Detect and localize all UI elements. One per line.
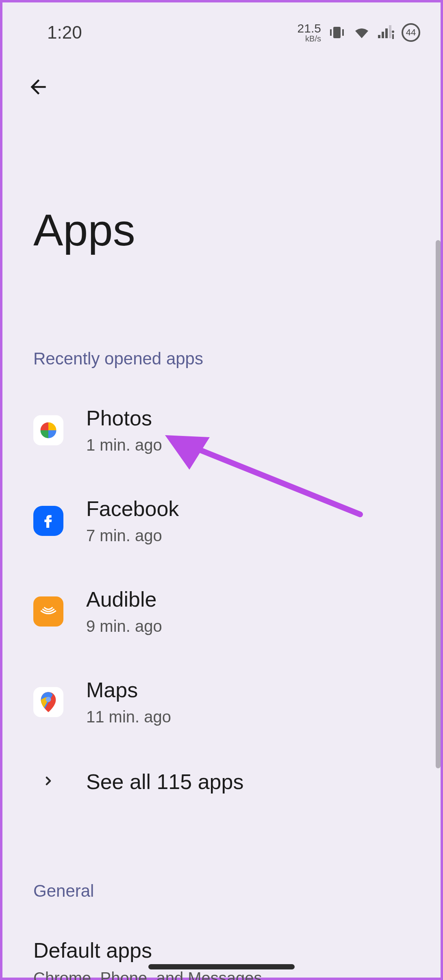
chevron-right-icon — [41, 774, 55, 789]
svg-point-8 — [392, 30, 394, 33]
scrollbar[interactable] — [436, 240, 441, 768]
status-time: 1:20 — [47, 22, 82, 43]
app-name: Facebook — [86, 497, 179, 521]
network-speed: 21.5 kB/s — [298, 22, 321, 43]
app-row-audible[interactable]: Audible 9 min. ago — [2, 566, 441, 657]
app-subtitle: 9 min. ago — [86, 617, 162, 635]
svg-rect-6 — [389, 25, 391, 38]
svg-rect-1 — [330, 29, 332, 36]
gesture-bar[interactable] — [148, 964, 295, 969]
maps-app-icon — [33, 687, 63, 717]
row-title: Default apps — [33, 938, 424, 963]
app-row-photos[interactable]: Photos 1 min. ago — [2, 385, 441, 475]
vibrate-icon — [328, 25, 345, 40]
photos-app-icon — [33, 415, 63, 445]
facebook-app-icon — [33, 506, 63, 536]
app-subtitle: 7 min. ago — [86, 527, 179, 545]
app-subtitle: 1 min. ago — [86, 436, 162, 454]
back-button[interactable] — [27, 76, 50, 98]
svg-rect-2 — [342, 29, 344, 36]
section-header-recent: Recently opened apps — [2, 349, 441, 369]
section-header-general: General — [2, 881, 441, 901]
svg-rect-5 — [385, 28, 388, 38]
see-all-apps[interactable]: See all 115 apps — [2, 747, 441, 816]
status-icons: 21.5 kB/s 44 — [298, 22, 420, 43]
app-name: Audible — [86, 587, 162, 611]
default-apps-row[interactable]: Default apps Chrome, Phone, and Messages — [2, 917, 441, 980]
svg-point-9 — [46, 697, 51, 702]
battery-indicator: 44 — [402, 23, 420, 42]
audible-app-icon — [33, 596, 63, 627]
app-name: Photos — [86, 406, 162, 430]
status-bar: 1:20 21.5 kB/s 44 — [2, 2, 441, 47]
svg-rect-7 — [392, 34, 394, 39]
app-name: Maps — [86, 678, 171, 702]
app-subtitle: 11 min. ago — [86, 708, 171, 726]
signal-icon — [378, 25, 394, 40]
svg-rect-0 — [333, 27, 341, 38]
see-all-label: See all 115 apps — [86, 770, 243, 794]
row-subtitle: Chrome, Phone, and Messages — [33, 969, 424, 980]
svg-rect-4 — [382, 32, 384, 38]
wifi-icon — [353, 25, 371, 40]
app-row-facebook[interactable]: Facebook 7 min. ago — [2, 475, 441, 566]
app-row-maps[interactable]: Maps 11 min. ago — [2, 657, 441, 747]
svg-rect-3 — [378, 35, 380, 38]
page-title: Apps — [2, 106, 441, 256]
